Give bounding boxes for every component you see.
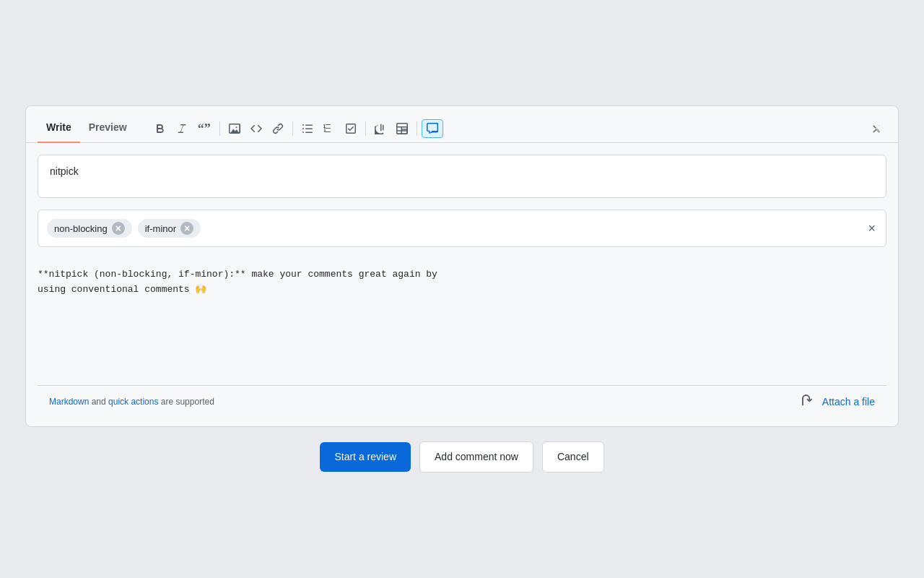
italic-button[interactable] bbox=[172, 120, 192, 137]
bullet-list-icon bbox=[302, 123, 313, 134]
markdown-link[interactable]: Markdown bbox=[49, 397, 89, 407]
action-buttons-row: Start a review Add comment now Cancel bbox=[302, 427, 621, 473]
italic-icon bbox=[176, 123, 188, 134]
quote-button[interactable]: “” bbox=[193, 119, 215, 138]
table-icon bbox=[396, 123, 408, 134]
quick-actions-link[interactable]: quick actions bbox=[108, 397, 158, 407]
cancel-button[interactable]: Cancel bbox=[542, 441, 604, 473]
markdown-preview-area: **nitpick (non-blocking, if-minor):** ma… bbox=[38, 256, 886, 386]
editor-tabs: Write Preview bbox=[38, 115, 136, 142]
label-text-non-blocking: non-blocking bbox=[54, 223, 108, 234]
code-button[interactable] bbox=[246, 120, 266, 137]
tab-preview[interactable]: Preview bbox=[80, 116, 136, 143]
editor-header: Write Preview “” bbox=[26, 106, 898, 143]
footer-help-text: Markdown and quick actions are supported bbox=[49, 397, 214, 407]
label-tag-if-minor: if-minor × bbox=[138, 219, 201, 238]
image-button[interactable] bbox=[225, 120, 245, 137]
mention-button[interactable] bbox=[370, 120, 391, 137]
label-text-if-minor: if-minor bbox=[145, 223, 176, 234]
comment-editor-panel: Write Preview “” bbox=[25, 105, 899, 427]
remove-label-if-minor[interactable]: × bbox=[180, 222, 193, 235]
labels-container[interactable]: non-blocking × if-minor × × bbox=[38, 210, 886, 247]
attach-file-button[interactable]: Attach a file bbox=[802, 394, 875, 409]
toolbar-separator-2 bbox=[292, 121, 293, 136]
suggestion-icon bbox=[427, 123, 438, 134]
toolbar-separator-3 bbox=[365, 121, 366, 136]
attach-file-label: Attach a file bbox=[822, 396, 875, 407]
task-list-icon bbox=[345, 123, 357, 134]
toolbar-separator-1 bbox=[219, 121, 220, 136]
link-button[interactable] bbox=[268, 120, 288, 137]
start-review-button[interactable]: Start a review bbox=[320, 442, 411, 472]
link-icon bbox=[272, 123, 284, 134]
toolbar-separator-4 bbox=[417, 121, 417, 136]
add-comment-button[interactable]: Add comment now bbox=[419, 441, 533, 473]
bullet-list-button[interactable] bbox=[297, 120, 318, 137]
bold-button[interactable] bbox=[150, 120, 170, 137]
comment-text-input[interactable]: nitpick bbox=[38, 155, 886, 198]
markdown-content: **nitpick (non-blocking, if-minor):** ma… bbox=[38, 267, 886, 298]
expand-icon bbox=[871, 123, 882, 134]
inline-suggestion-button[interactable] bbox=[422, 119, 443, 138]
numbered-list-icon bbox=[323, 123, 335, 134]
image-icon bbox=[229, 123, 240, 134]
bold-icon bbox=[154, 123, 166, 134]
code-icon bbox=[250, 123, 262, 134]
expand-button[interactable] bbox=[866, 120, 886, 137]
editor-body: nitpick non-blocking × if-minor × × **ni… bbox=[26, 143, 898, 409]
table-button[interactable] bbox=[392, 120, 412, 137]
toolbar: “” bbox=[150, 119, 886, 138]
numbered-list-button[interactable] bbox=[319, 120, 339, 137]
mention-icon bbox=[375, 123, 386, 134]
task-list-button[interactable] bbox=[341, 120, 361, 137]
attach-file-icon bbox=[802, 394, 816, 409]
clear-labels-button[interactable]: × bbox=[866, 220, 877, 238]
tab-write[interactable]: Write bbox=[38, 116, 80, 143]
editor-footer: Markdown and quick actions are supported… bbox=[38, 386, 886, 409]
remove-label-non-blocking[interactable]: × bbox=[112, 222, 125, 235]
label-tag-non-blocking: non-blocking × bbox=[47, 219, 132, 238]
